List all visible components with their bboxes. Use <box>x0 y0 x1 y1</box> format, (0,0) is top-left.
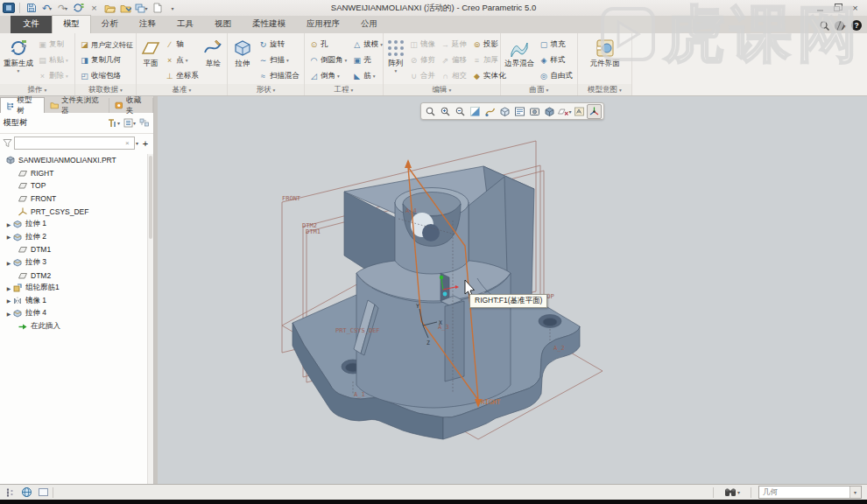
copy-button[interactable]: ▣复制 <box>35 37 71 52</box>
group-label-datum[interactable]: 基准▾ <box>137 84 227 95</box>
find-button[interactable]: ▾ <box>721 486 744 499</box>
filter-clear-icon[interactable]: × <box>125 139 134 147</box>
revolve-button[interactable]: ↻旋转 <box>256 37 302 52</box>
tab-file[interactable]: 文件 <box>11 16 52 33</box>
group-label-engineering[interactable]: 工程▾ <box>305 84 383 95</box>
help-button[interactable]: ? <box>851 20 862 31</box>
chamfer-button[interactable]: ◿倒角▾ <box>307 68 349 84</box>
hole-button[interactable]: ⊙孔 <box>307 37 349 52</box>
view-manager-button[interactable] <box>512 104 527 119</box>
named-views-button[interactable] <box>497 104 512 119</box>
tree-item-extrude-4[interactable]: ▶拉伸 4 <box>0 307 147 320</box>
group-label-get-data[interactable]: 获取数据▾ <box>75 84 136 95</box>
round-button[interactable]: ◠倒圆角▾ <box>307 52 349 68</box>
zoom-out-button[interactable] <box>453 104 468 119</box>
front-label[interactable]: FRONT <box>282 195 301 202</box>
extrude-button[interactable]: 拉伸 <box>229 35 256 84</box>
selection-filter-combo[interactable]: 几何 ▾ <box>758 486 862 499</box>
close-window-button[interactable]: × <box>88 2 101 14</box>
repaint-button[interactable] <box>483 104 497 119</box>
delete-button[interactable]: ×删除▾ <box>35 68 71 84</box>
save-button[interactable] <box>25 2 38 14</box>
tree-scrollbar[interactable] <box>147 154 153 484</box>
tab-applications[interactable]: 应用程序 <box>296 16 350 33</box>
toggle-navigator-button[interactable] <box>3 486 17 499</box>
sweep-button[interactable]: ∼扫描▾ <box>256 52 302 68</box>
csys-button[interactable]: ⊥坐标系 <box>162 68 201 84</box>
tree-item-dtm1[interactable]: DTM1 <box>0 243 147 256</box>
freestyle-button[interactable]: ◎自由式 <box>537 68 576 84</box>
merge-button[interactable]: ∪合并 <box>406 68 438 84</box>
tab-favorites[interactable]: 收藏夹 <box>109 98 153 113</box>
filter-caret[interactable]: ▾ <box>136 140 138 146</box>
expander-icon[interactable]: ▶ <box>5 221 12 228</box>
point-button[interactable]: ×点▾ <box>162 52 201 68</box>
expander-icon[interactable]: ▶ <box>5 285 12 291</box>
undo-button[interactable]: ↶▾ <box>40 2 53 14</box>
tree-item-extrude-1[interactable]: ▶拉伸 1 <box>0 218 147 231</box>
tab-model-tree[interactable]: 模型树 <box>0 97 45 113</box>
qat-customize-button[interactable]: ▾ <box>166 2 180 14</box>
datum-display-filters-button[interactable]: ▾ <box>557 104 572 119</box>
tab-flexible-modeling[interactable]: 柔性建模 <box>242 16 296 33</box>
save-session-button[interactable] <box>119 2 132 14</box>
search-command-button[interactable] <box>818 19 830 32</box>
shell-button[interactable]: ▣壳 <box>349 52 385 68</box>
group-label-model-intent[interactable]: 模型意图▾ <box>578 84 631 95</box>
tree-filter-input[interactable] <box>14 136 135 150</box>
draft-button[interactable]: △拔模▾ <box>349 37 385 52</box>
component-interface-button[interactable]: 元件界面 <box>585 35 625 84</box>
windows-caret[interactable]: ▾ <box>144 5 147 11</box>
paste-button[interactable]: ▤粘贴▾ <box>35 52 71 68</box>
shrinkwrap-button[interactable]: ◰收缩包络 <box>77 68 136 84</box>
tab-common[interactable]: 公用 <box>350 16 388 33</box>
redo-button[interactable]: ↷▾ <box>56 2 69 14</box>
tab-analysis[interactable]: 分析 <box>91 16 129 33</box>
tree-tools-button[interactable]: ▾ <box>107 118 120 129</box>
group-label-editing[interactable]: 编辑▾ <box>384 84 500 95</box>
axis-button[interactable]: ∕轴 <box>162 37 201 52</box>
regenerate-button[interactable] <box>72 2 85 14</box>
pattern-button[interactable]: 阵列 ▾ <box>385 35 406 84</box>
boundary-blend-button[interactable]: 边界混合 <box>503 35 537 84</box>
tab-view[interactable]: 视图 <box>204 16 242 33</box>
zoom-in-button[interactable] <box>438 104 453 119</box>
tree-item-mirror-1[interactable]: ▶镜像 1 <box>0 295 147 308</box>
toggle-fullscreen-button[interactable] <box>36 486 50 499</box>
group-label-operations[interactable]: 操作▾ <box>0 84 74 95</box>
regenerate-large-button[interactable]: 重新生成 ▾ <box>2 35 35 84</box>
selection-filter-dropdown[interactable]: ▾ <box>849 486 861 498</box>
expander-icon[interactable]: ▶ <box>5 260 12 266</box>
close-button[interactable]: × <box>850 4 860 12</box>
tree-item-top[interactable]: TOP <box>0 179 147 192</box>
redo-caret[interactable]: ▾ <box>65 5 67 11</box>
display-style-button[interactable] <box>542 104 557 119</box>
dtm1-label[interactable]: DTM1 <box>306 228 321 235</box>
expander-icon[interactable]: ▶ <box>5 298 12 304</box>
tree-item-extrude-2[interactable]: ▶拉伸 2 <box>0 231 147 244</box>
tab-annotate[interactable]: 注释 <box>129 16 166 33</box>
group-label-shapes[interactable]: 形状▾ <box>228 84 304 95</box>
minimize-button[interactable] <box>815 4 825 12</box>
tree-item-group-rib[interactable]: ▶组轮廓筋1 <box>0 282 147 295</box>
tree-item-csys[interactable]: PRT_CSYS_DEF <box>0 205 147 218</box>
regenerate-caret[interactable]: ▾ <box>18 68 20 74</box>
app-menu-button[interactable] <box>3 3 15 13</box>
rib-button[interactable]: ◣筋▾ <box>349 68 385 84</box>
copy-geometry-button[interactable]: ◨复制几何 <box>77 52 136 68</box>
tree-filters-button[interactable]: ▾ <box>123 118 136 128</box>
expander-icon[interactable]: ▶ <box>5 234 12 240</box>
group-label-surfaces[interactable]: 曲面▾ <box>501 84 577 95</box>
tree-columns-button[interactable] <box>139 118 150 128</box>
tab-model[interactable]: 模型 <box>52 15 91 33</box>
expander-icon[interactable]: ▶ <box>5 311 12 317</box>
fill-button[interactable]: ▢填充 <box>537 37 576 52</box>
refit-button[interactable] <box>468 104 483 119</box>
toggle-browser-button[interactable] <box>19 486 33 499</box>
udf-button[interactable]: ◪用户定义特征 <box>77 37 136 52</box>
sketch-button[interactable]: 草绘 <box>201 35 225 84</box>
trim-button[interactable]: ⊘修剪 <box>406 52 438 68</box>
filter-add-button[interactable]: + <box>140 138 151 149</box>
open-button[interactable] <box>103 2 116 14</box>
tree-item-part[interactable]: SANWEIJIANMOLIANXI.PRT <box>0 154 147 167</box>
